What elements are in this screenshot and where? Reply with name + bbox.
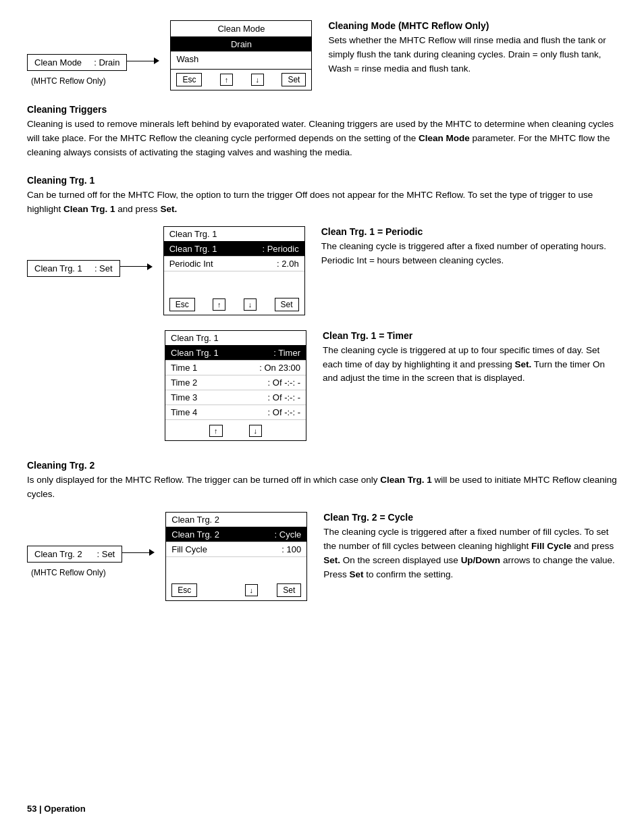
clean-mode-menu: Clean Mode Drain Wash Esc ↑ ↓ Set	[170, 20, 312, 90]
trg2-left: Clean Trg. 2 : Set (MHTC Reflow Only)	[27, 546, 122, 577]
periodic-device-box: Clean Trg. 1 : Set	[27, 260, 120, 277]
fill-cycle-bold: Fill Cycle	[531, 541, 571, 551]
timer-menu: Clean Trg. 1 Clean Trg. 1 : Timer Time 1…	[165, 330, 306, 441]
clean-mode-menu-buttons: Esc ↑ ↓ Set	[171, 69, 311, 90]
trg2-row-2[interactable]: Fill Cycle : 100	[166, 542, 306, 557]
timer-row-4[interactable]: Time 3 : Of -:-: -	[165, 390, 306, 405]
timer-set-bold: Set.	[514, 359, 531, 369]
timer-row2-label: Time 1	[171, 363, 197, 373]
set-bold-trg2: Set.	[323, 555, 340, 565]
clean-mode-value: : Drain	[94, 57, 119, 68]
timer-desc-text: The cleaning cycle is triggered at up to…	[323, 344, 617, 386]
trg2-row-1[interactable]: Clean Trg. 2 : Cycle	[166, 527, 306, 542]
periodic-desc-text: The cleaning cycle is triggered after a …	[321, 240, 617, 268]
clean-mode-device-box: Clean Mode : Drain	[27, 54, 127, 71]
set-bold-trg2-2: Set	[350, 569, 364, 579]
clean-mode-left: Clean Mode : Drain (MHTC Reflow Only)	[27, 54, 127, 86]
timer-row-2[interactable]: Time 1 : On 23:00	[165, 361, 306, 375]
updown-bold: Up/Down	[461, 555, 501, 565]
timer-row4-value: : Of -:-: -	[268, 392, 300, 402]
arrow-connector-4	[122, 549, 155, 556]
timer-row-3[interactable]: Time 2 : Of -:-: -	[165, 375, 306, 390]
timer-row1-value: : Timer	[273, 348, 300, 358]
trg2-row1-label: Clean Trg. 2	[171, 529, 219, 540]
cleaning-trg2-section: Cleaning Trg. 2 Is only displayed for th…	[27, 460, 617, 602]
clean-mode-desc-text: Sets whether the MHTC Reflow will rinse …	[328, 34, 617, 76]
trg2-desc: Clean Trg. 2 = Cycle The cleaning cycle …	[323, 512, 617, 582]
periodic-desc-title: Clean Trg. 1 = Periodic	[321, 226, 617, 237]
clean-mode-desc-title: Cleaning Mode (MHTC Reflow Only)	[328, 20, 617, 31]
periodic-menu-col: Clean Trg. 1 Clean Trg. 1 : Periodic Per…	[163, 226, 305, 315]
periodic-up-btn[interactable]: ↑	[213, 298, 226, 311]
arrow-connector-2	[120, 263, 153, 270]
cleaning-trg2-text: Is only displayed for the MHTC Reflow. T…	[27, 473, 617, 502]
arrow-connector-1	[127, 57, 159, 64]
timer-menu-col: Clean Trg. 1 Clean Trg. 1 : Timer Time 1…	[165, 330, 306, 441]
timer-row3-value: : Of -:-: -	[268, 377, 300, 388]
trg2-row2-value: : 100	[281, 544, 301, 554]
trg2-row2-label: Fill Cycle	[171, 544, 207, 554]
trg2-desc-title: Clean Trg. 2 = Cycle	[323, 512, 617, 523]
clean-mode-esc-button[interactable]: Esc	[176, 73, 202, 86]
page-number-text: 53	[27, 804, 36, 814]
trg2-menu: Clean Trg. 2 Clean Trg. 2 : Cycle Fill C…	[165, 512, 307, 601]
clean-trg1-bold2: Set.	[160, 204, 177, 214]
timer-row4-label: Time 3	[171, 392, 197, 402]
clean-mode-label: Clean Mode	[34, 57, 82, 68]
timer-row3-label: Time 2	[171, 377, 197, 388]
page-section-label: Operation	[44, 804, 85, 814]
clean-mode-menu-selected: Drain	[171, 37, 311, 51]
timer-down-btn[interactable]: ↓	[249, 425, 263, 437]
periodic-set-btn[interactable]: Set	[275, 298, 299, 311]
timer-row1-label: Clean Trg. 1	[171, 348, 219, 358]
horiz-line	[127, 61, 154, 61]
timer-menu-buttons: ↑ ↓	[165, 421, 306, 440]
periodic-label: Clean Trg. 1	[34, 263, 82, 273]
trg2-device-box: Clean Trg. 2 : Set	[27, 546, 122, 563]
periodic-row2-value: : 2.0h	[277, 259, 299, 269]
periodic-row-2[interactable]: Periodic Int : 2.0h	[164, 257, 304, 271]
clean-trg2-bold1: Clean Trg. 1	[380, 475, 432, 485]
clean-trg1-bold1: Clean Trg. 1	[63, 204, 115, 214]
clean-mode-menu-title: Clean Mode	[171, 21, 311, 37]
trg2-row1-value: : Cycle	[275, 529, 302, 540]
timer-menu-title: Clean Trg. 1	[165, 331, 306, 346]
periodic-row-1[interactable]: Clean Trg. 1 : Periodic	[164, 242, 304, 257]
timer-diagram: Clean Trg. 1 Clean Trg. 1 : Timer Time 1…	[27, 330, 617, 441]
periodic-value: : Set	[95, 263, 113, 273]
periodic-menu: Clean Trg. 1 Clean Trg. 1 : Periodic Per…	[163, 226, 305, 315]
timer-row2-value: : On 23:00	[259, 363, 300, 373]
periodic-esc-btn[interactable]: Esc	[169, 298, 195, 311]
trg2-down-btn[interactable]: ↓	[245, 584, 259, 596]
periodic-row1-label: Clean Trg. 1	[169, 244, 217, 254]
cleaning-triggers-text: Cleaning is used to remove minerals left…	[27, 118, 617, 160]
periodic-down-btn[interactable]: ↓	[244, 298, 257, 311]
clean-mode-set-button[interactable]: Set	[281, 73, 306, 86]
cleaning-triggers-heading: Cleaning Triggers	[27, 104, 617, 115]
page-content: Clean Mode : Drain (MHTC Reflow Only) Cl…	[27, 20, 617, 601]
clean-mode-menu-item-wash[interactable]: Wash	[171, 51, 311, 66]
timer-up-btn[interactable]: ↑	[209, 425, 223, 437]
periodic-desc: Clean Trg. 1 = Periodic The cleaning cyc…	[321, 226, 617, 268]
horiz-line-2	[120, 266, 147, 267]
timer-row-5[interactable]: Time 4 : Of -:-: -	[165, 405, 306, 420]
periodic-menu-title: Clean Trg. 1	[164, 227, 304, 242]
clean-mode-down-button[interactable]: ↓	[251, 74, 265, 86]
trg2-set-btn[interactable]: Set	[277, 583, 301, 597]
horiz-line-4	[122, 552, 149, 553]
cleaning-triggers-section: Cleaning Triggers Cleaning is used to re…	[27, 104, 617, 160]
periodic-menu-buttons: Esc ↑ ↓ Set	[164, 294, 304, 315]
clean-mode-up-button[interactable]: ↑	[220, 74, 234, 86]
trg2-menu-title: Clean Trg. 2	[166, 513, 306, 527]
timer-row5-label: Time 4	[171, 407, 197, 417]
trg2-esc-btn[interactable]: Esc	[171, 583, 197, 597]
cleaning-trg1-section: Cleaning Trg. 1 Can be turned off for th…	[27, 175, 617, 441]
clean-mode-description: Cleaning Mode (MHTC Reflow Only) Sets wh…	[328, 20, 617, 76]
timer-row-1[interactable]: Clean Trg. 1 : Timer	[165, 346, 306, 361]
clean-mode-bold: Clean Mode	[419, 133, 470, 143]
periodic-left: Clean Trg. 1 : Set	[27, 260, 120, 281]
page-footer: 53 | Operation	[27, 804, 86, 814]
timer-desc: Clean Trg. 1 = Timer The cleaning cycle …	[323, 330, 617, 386]
periodic-row2-label: Periodic Int	[169, 259, 213, 269]
arrow-head	[154, 57, 159, 64]
